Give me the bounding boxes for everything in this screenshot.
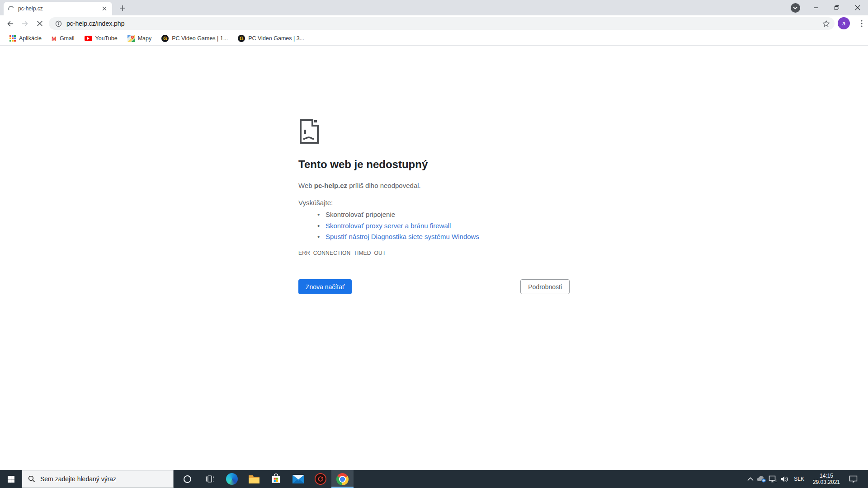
cortana-button[interactable] xyxy=(176,470,198,488)
reload-button[interactable]: Znova načítať xyxy=(298,279,352,294)
bookmark-pc-video-games-3[interactable]: G PC Video Games | 3... xyxy=(233,33,309,44)
browser-toolbar: pc-help.cz/index.php a xyxy=(0,15,868,32)
taskbar-search-box[interactable]: Sem zadejte hledaný výraz xyxy=(22,470,174,488)
tab-title: pc-help.cz xyxy=(18,5,100,12)
edge-button[interactable] xyxy=(221,470,243,488)
window-minimize-button[interactable] xyxy=(806,0,826,15)
suggestions-heading: Vyskúšajte: xyxy=(298,199,333,206)
network-icon[interactable] xyxy=(767,470,778,488)
chrome-button[interactable] xyxy=(331,470,354,488)
g-site-icon: G xyxy=(238,35,245,42)
search-icon xyxy=(28,475,35,483)
clock-time: 14:15 xyxy=(813,473,840,479)
page-info-icon[interactable] xyxy=(55,20,62,27)
browser-menu-button[interactable] xyxy=(856,17,867,30)
system-tray: SLK 14:15 29.03.2021 xyxy=(745,470,868,488)
stop-loading-button[interactable] xyxy=(33,17,46,30)
tab-loading-spinner-icon xyxy=(7,5,14,12)
microsoft-store-icon xyxy=(271,474,281,484)
language-indicator[interactable]: SLK xyxy=(790,476,808,482)
g-site-icon: G xyxy=(161,35,169,42)
profile-avatar[interactable]: a xyxy=(838,17,850,29)
sad-file-icon xyxy=(298,119,319,144)
youtube-icon xyxy=(85,36,92,41)
error-container: Tento web je nedostupný Web pc-help.cz p… xyxy=(298,119,570,144)
bookmark-label: Gmail xyxy=(60,35,75,42)
red-utility-app-icon xyxy=(315,473,326,485)
bookmark-label: PC Video Games | 3... xyxy=(248,35,304,42)
browser-titlebar: pc-help.cz xyxy=(0,0,868,15)
url-text[interactable]: pc-help.cz/index.php xyxy=(66,20,124,27)
error-domain: pc-help.cz xyxy=(314,182,347,189)
apps-grid-icon xyxy=(9,35,16,42)
error-code: ERR_CONNECTION_TIMED_OUT xyxy=(298,250,386,256)
action-center-button[interactable] xyxy=(844,470,862,488)
file-explorer-button[interactable] xyxy=(243,470,265,488)
windows-taskbar: Sem zadejte hledaný výraz xyxy=(0,470,868,488)
search-placeholder: Sem zadejte hledaný výraz xyxy=(40,475,116,483)
tab-close-icon[interactable] xyxy=(100,5,108,13)
tab-search-chevron-icon xyxy=(791,3,800,13)
forward-button[interactable] xyxy=(19,17,31,30)
bookmark-gmail[interactable]: M Gmail xyxy=(47,33,80,44)
avatar-letter: a xyxy=(842,20,845,27)
error-title: Tento web je nedostupný xyxy=(298,158,428,171)
edge-icon xyxy=(226,473,238,485)
bookmark-label: Mapy xyxy=(138,35,152,42)
bookmark-apps[interactable]: Aplikácie xyxy=(5,33,47,44)
bookmark-star-icon[interactable] xyxy=(822,20,830,28)
show-hidden-icons-button[interactable] xyxy=(745,470,756,488)
file-explorer-icon xyxy=(248,474,260,484)
chrome-icon xyxy=(336,473,349,485)
gmail-icon: M xyxy=(52,35,57,42)
new-tab-button[interactable] xyxy=(117,2,128,14)
bookmark-pc-video-games-1[interactable]: G PC Video Games | 1... xyxy=(156,33,233,44)
microsoft-store-button[interactable] xyxy=(265,470,287,488)
error-message: Web pc-help.cz príliš dlho neodpovedal. xyxy=(298,182,421,189)
cortana-icon xyxy=(184,475,191,483)
bookmark-youtube[interactable]: YouTube xyxy=(80,33,123,44)
suggestion-proxy-firewall-link[interactable]: Skontrolovať proxy server a bránu firewa… xyxy=(298,221,479,232)
back-button[interactable] xyxy=(4,17,16,30)
window-restore-button[interactable] xyxy=(826,0,847,15)
clock[interactable]: 14:15 29.03.2021 xyxy=(808,473,844,485)
cloud-sync-icon[interactable] xyxy=(756,470,767,488)
page-content: Tento web je nedostupný Web pc-help.cz p… xyxy=(0,46,868,470)
bookmark-label: YouTube xyxy=(95,35,118,42)
suggestions-list: Skontrolovať pripojenie Skontrolovať pro… xyxy=(298,209,479,243)
bookmark-label: Aplikácie xyxy=(19,35,42,42)
address-bar[interactable]: pc-help.cz/index.php xyxy=(49,17,835,30)
suggestion-network-diagnostics-link[interactable]: Spustiť nástroj Diagnostika siete systém… xyxy=(298,231,479,243)
window-close-button[interactable] xyxy=(847,0,868,15)
details-button[interactable]: Podrobnosti xyxy=(520,279,570,294)
task-view-button[interactable] xyxy=(198,470,221,488)
tab-search-button[interactable] xyxy=(785,0,806,15)
bookmarks-bar: Aplikácie M Gmail YouTube Mapy G PC Vide… xyxy=(0,32,868,46)
suggestion-check-connection: Skontrolovať pripojenie xyxy=(298,209,479,221)
task-view-icon xyxy=(205,474,215,483)
volume-icon[interactable] xyxy=(778,470,790,488)
bookmark-maps[interactable]: Mapy xyxy=(123,33,157,44)
maps-pin-icon xyxy=(127,35,135,42)
mail-icon xyxy=(292,475,304,483)
browser-tab[interactable]: pc-help.cz xyxy=(4,2,112,15)
mail-button[interactable] xyxy=(287,470,309,488)
bookmark-label: PC Video Games | 1... xyxy=(172,35,228,42)
clock-date: 29.03.2021 xyxy=(813,479,840,485)
windows-logo-icon xyxy=(8,476,14,483)
start-button[interactable] xyxy=(0,470,22,488)
driver-utility-button[interactable] xyxy=(309,470,331,488)
error-buttons-row: Znova načítať Podrobnosti xyxy=(298,279,570,295)
